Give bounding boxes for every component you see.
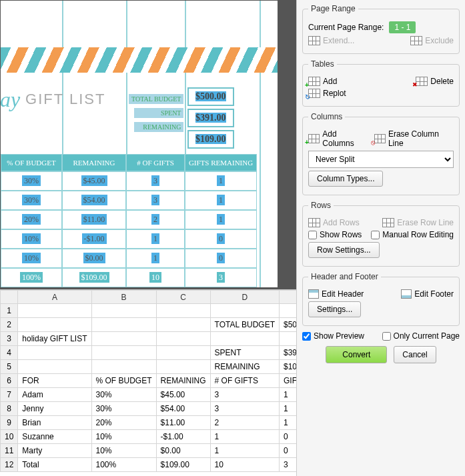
ss-cell[interactable]: Jenny xyxy=(18,402,91,416)
ss-row-header[interactable]: 9 xyxy=(1,416,18,430)
document-preview[interactable]: lay GIFT LIST TOTAL BUDGET SPENT REMAINI… xyxy=(0,0,296,289)
ss-cell[interactable] xyxy=(91,346,156,360)
add-table-button[interactable]: Add xyxy=(308,77,337,86)
ss-cell[interactable]: $11.00 xyxy=(156,416,210,430)
edit-footer-button[interactable]: Edit Footer xyxy=(401,289,454,299)
ss-cell[interactable]: $54.00 xyxy=(156,402,210,416)
ss-cell[interactable]: 10 xyxy=(210,458,279,472)
ss-row-header[interactable]: 4 xyxy=(1,346,18,360)
ss-cell[interactable]: 3 xyxy=(210,402,279,416)
ss-cell[interactable]: Marty xyxy=(18,444,91,458)
ss-cell[interactable] xyxy=(18,346,91,360)
erase-column-button[interactable]: Erase Column Line xyxy=(374,129,454,148)
column-types-button[interactable]: Column Types... xyxy=(308,171,383,187)
ss-cell[interactable]: Adam xyxy=(18,388,91,402)
ss-cell[interactable]: FOR xyxy=(18,374,91,388)
row-settings-button[interactable]: Row Settings... xyxy=(308,242,380,258)
ss-row-header[interactable]: 1 xyxy=(1,304,18,318)
ss-cell[interactable] xyxy=(210,304,279,318)
ss-cell[interactable]: Total xyxy=(18,458,91,472)
ss-cell[interactable]: Suzanne xyxy=(18,430,91,444)
ss-cell[interactable]: 10% xyxy=(91,444,156,458)
ss-cell[interactable]: 10% xyxy=(91,430,156,444)
ss-col-header[interactable]: A xyxy=(18,291,91,304)
ss-cell[interactable]: 2 xyxy=(210,416,279,430)
ss-row-header[interactable]: 10 xyxy=(1,430,18,444)
preview-cell: 1 xyxy=(126,249,185,268)
total-budget-value: $500.00 xyxy=(195,91,226,101)
ss-cell[interactable]: holiday GIFT LIST xyxy=(18,332,91,346)
ss-cell[interactable]: $0.00 xyxy=(156,444,210,458)
ss-cell[interactable]: # OF GIFTS xyxy=(210,374,279,388)
manual-row-checkbox[interactable]: Manual Row Editing xyxy=(371,230,454,239)
preview-budget-table: % OF BUDGETREMAINING# OF GIFTSGIFTS REMA… xyxy=(1,154,278,287)
ss-cell[interactable] xyxy=(156,318,210,332)
preview-col-header: REMAINING xyxy=(62,154,126,171)
ss-row-header[interactable]: 3 xyxy=(1,332,18,346)
ss-row-header[interactable]: 8 xyxy=(1,402,18,416)
ss-cell[interactable]: % OF BUDGET xyxy=(91,374,156,388)
preview-cell: 30% xyxy=(1,191,62,210)
ss-cell[interactable] xyxy=(156,346,210,360)
spreadsheet-preview[interactable]: ABCDE12TOTAL BUDGET$500.003holiday GIFT … xyxy=(0,289,296,476)
exclude-button[interactable]: Exclude xyxy=(410,36,454,45)
add-rows-button[interactable]: Add Rows xyxy=(308,218,360,227)
ss-cell[interactable] xyxy=(156,332,210,346)
current-page-label: Current Page Range: xyxy=(308,23,384,32)
ss-cell[interactable] xyxy=(91,360,156,374)
ss-col-header[interactable]: D xyxy=(210,291,279,304)
spent-value: $391.00 xyxy=(195,113,226,123)
ss-cell[interactable]: 20% xyxy=(91,416,156,430)
ss-row-header[interactable]: 12 xyxy=(1,458,18,472)
split-select[interactable]: Never Split xyxy=(308,151,454,168)
only-current-checkbox[interactable]: Only Current Page xyxy=(382,331,460,341)
show-preview-checkbox[interactable]: Show Preview xyxy=(302,331,364,341)
ss-cell[interactable]: 3 xyxy=(210,388,279,402)
ss-cell[interactable]: $109.00 xyxy=(156,458,210,472)
ss-cell[interactable] xyxy=(91,318,156,332)
ss-row-header[interactable]: 2 xyxy=(1,318,18,332)
edit-header-button[interactable]: Edit Header xyxy=(308,289,364,299)
ss-cell[interactable] xyxy=(91,332,156,346)
ss-cell[interactable]: 30% xyxy=(91,388,156,402)
add-columns-button[interactable]: Add Columns xyxy=(308,129,369,148)
replot-button[interactable]: Replot xyxy=(308,89,346,98)
preview-cell: $109.00 xyxy=(62,268,126,287)
ss-cell[interactable]: SPENT xyxy=(210,346,279,360)
ss-cell[interactable]: 1 xyxy=(210,430,279,444)
cancel-button[interactable]: Cancel xyxy=(394,346,436,363)
ss-cell[interactable]: 30% xyxy=(91,402,156,416)
delete-table-button[interactable]: Delete xyxy=(416,77,454,86)
extend-button[interactable]: Extend... xyxy=(308,36,354,45)
preview-cell: 3 xyxy=(126,171,185,191)
convert-button[interactable]: Convert xyxy=(326,346,387,363)
ss-cell[interactable]: TOTAL BUDGET xyxy=(210,318,279,332)
ss-cell[interactable] xyxy=(210,332,279,346)
ss-cell[interactable]: 100% xyxy=(91,458,156,472)
ss-cell[interactable] xyxy=(156,304,210,318)
hf-settings-button[interactable]: Settings... xyxy=(308,301,361,317)
ss-row-header[interactable]: 11 xyxy=(1,444,18,458)
ss-cell[interactable]: -$1.00 xyxy=(156,430,210,444)
side-panel: Page Range Current Page Range: 1 - 1 Ext… xyxy=(296,0,465,476)
show-rows-checkbox[interactable]: Show Rows xyxy=(308,230,362,239)
ss-row-header[interactable]: 7 xyxy=(1,388,18,402)
ss-col-header[interactable]: C xyxy=(156,291,210,304)
ss-cell[interactable]: 1 xyxy=(210,444,279,458)
ss-cell[interactable]: REMAINING xyxy=(156,374,210,388)
ss-cell[interactable] xyxy=(156,360,210,374)
erase-row-button[interactable]: Erase Row Line xyxy=(382,218,454,227)
decorative-stripe xyxy=(1,47,278,73)
ss-cell[interactable] xyxy=(91,304,156,318)
ss-cell[interactable] xyxy=(18,318,91,332)
ss-cell[interactable]: REMAINING xyxy=(210,360,279,374)
ss-row-header[interactable]: 6 xyxy=(1,374,18,388)
ss-row-header[interactable]: 5 xyxy=(1,360,18,374)
ss-cell[interactable] xyxy=(18,360,91,374)
ss-col-header[interactable]: B xyxy=(91,291,156,304)
ss-col-header[interactable] xyxy=(1,291,18,304)
ss-cell[interactable] xyxy=(18,304,91,318)
preview-cell: 0 xyxy=(185,249,257,268)
ss-cell[interactable]: Brian xyxy=(18,416,91,430)
ss-cell[interactable]: $45.00 xyxy=(156,388,210,402)
